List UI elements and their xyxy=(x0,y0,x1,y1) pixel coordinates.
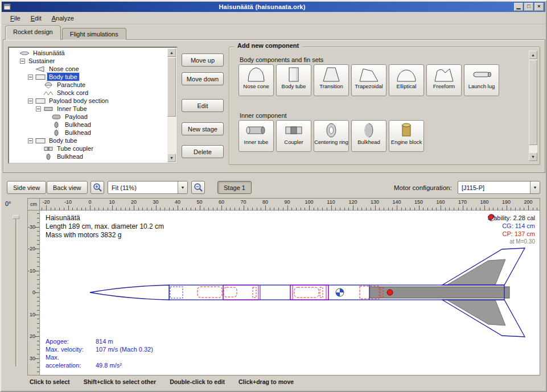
tree-item-sustainer[interactable]: Sustainer xyxy=(10,57,166,65)
tree-item-label: Body tube xyxy=(47,73,79,81)
v-ruler-label: 20 xyxy=(30,333,35,339)
tree-item-bulkhead[interactable]: Bulkhead xyxy=(10,121,166,129)
add-transition-button[interactable]: Transition xyxy=(314,64,349,96)
edit-button[interactable]: Edit xyxy=(182,99,224,112)
tree-item-label: Nose cone xyxy=(47,65,81,73)
slider-track[interactable] xyxy=(15,216,17,366)
tree-item-body-tube[interactable]: Body tube xyxy=(10,137,166,145)
expander-icon[interactable] xyxy=(36,106,41,112)
tree-item-inner-tube[interactable]: Inner Tube xyxy=(10,105,166,113)
bulk-icon xyxy=(51,121,63,129)
cp-value: CP: 137 cm xyxy=(503,230,535,238)
palette-item-label: Trapezoidal xyxy=(355,84,383,89)
add-freeform-button[interactable]: Freeform xyxy=(426,64,462,96)
add-inner-tube-button[interactable]: Inner tube xyxy=(238,120,274,152)
tube-icon xyxy=(35,137,47,145)
v-ruler-label: 30 xyxy=(30,356,35,361)
delete-button[interactable]: Delete xyxy=(182,145,224,158)
tree-item-shock-cord[interactable]: Shock cord xyxy=(10,89,166,97)
h-ruler-label: 40 xyxy=(175,199,180,205)
tree-item-bulkhead[interactable]: Bulkhead xyxy=(10,129,166,137)
palette-item-label: Inner tube xyxy=(244,139,269,145)
zoom-out-button[interactable] xyxy=(191,181,205,194)
side-view-button[interactable]: Side view xyxy=(7,181,46,194)
cg-marker xyxy=(336,288,344,296)
rotation-slider[interactable] xyxy=(13,214,19,369)
tree-item-label: Body tube xyxy=(47,137,79,145)
tree-item-body-tube[interactable]: Body tube xyxy=(10,73,166,81)
tab-rocket-design[interactable]: Rocket design xyxy=(5,26,61,40)
add-body-tube-button[interactable]: Body tube xyxy=(276,64,311,96)
add-trapezoidal-button[interactable]: Trapezoidal xyxy=(351,64,386,96)
minimize-button[interactable]: ▁ xyxy=(514,3,523,11)
close-button[interactable]: × xyxy=(534,3,544,11)
tree-item-label: Inner Tube xyxy=(55,105,89,113)
tree-item-label: Tube coupler xyxy=(55,145,95,152)
centering-icon xyxy=(319,122,344,139)
scroll-up-button[interactable]: ▲ xyxy=(529,51,537,59)
add-engine-block-button[interactable]: Engine block xyxy=(389,120,424,152)
add-bulkhead-button[interactable]: Bulkhead xyxy=(351,120,386,152)
tree-item-label: Bulkhead xyxy=(63,129,93,137)
zoom-select[interactable]: Fit (11%) ▼ xyxy=(108,181,188,194)
palette-scrollbar[interactable]: ▲ ▼ xyxy=(529,51,537,161)
group-label-inner-component: Inner component xyxy=(240,112,287,119)
component-tree[interactable]: HaisunäätäSustainerNose coneBody tubePar… xyxy=(8,47,178,164)
zoom-in-button[interactable] xyxy=(91,181,104,194)
expander-icon[interactable] xyxy=(28,75,33,80)
tab-flight-simulations[interactable]: Flight simulations xyxy=(62,28,126,40)
tree-item-nose-cone[interactable]: Nose cone xyxy=(10,65,166,73)
v-ruler-label: -30 xyxy=(28,224,35,230)
menu-file[interactable]: File xyxy=(5,13,26,23)
scrollbar-thumb[interactable] xyxy=(167,57,176,117)
scrollbar-thumb[interactable] xyxy=(529,60,537,145)
tree-scrollbar[interactable]: ▲ ▼ xyxy=(167,48,176,162)
tree-item-parachute[interactable]: Parachute xyxy=(10,81,166,89)
move-up-button[interactable]: Move up xyxy=(182,53,224,67)
add-elliptical-button[interactable]: Elliptical xyxy=(389,64,424,96)
title-bar[interactable]: Haisunäätä (haisunaata.ork) ▁ □ × xyxy=(2,2,545,12)
h-ruler-label: 50 xyxy=(196,199,202,205)
rocket-icon xyxy=(19,49,31,57)
expander-icon[interactable] xyxy=(28,98,33,104)
tree-item-tube-coupler[interactable]: Tube coupler xyxy=(10,145,166,152)
back-view-button[interactable]: Back view xyxy=(47,181,88,194)
scroll-down-button[interactable]: ▼ xyxy=(529,152,537,161)
cp-icon xyxy=(488,214,494,220)
tree-item-haisunäätä[interactable]: Haisunäätä xyxy=(10,49,166,57)
shock-cord-outline xyxy=(224,287,237,297)
palette-item-label: Nose cone xyxy=(243,84,269,89)
expander-icon[interactable] xyxy=(28,138,33,143)
add-coupler-button[interactable]: Coupler xyxy=(276,120,311,152)
performance-row: Max. acceleration:49.8 m/s² xyxy=(46,353,153,369)
menu-analyze[interactable]: Analyze xyxy=(47,13,79,23)
menu-bar: FileEditAnalyze xyxy=(2,12,545,24)
add-nose-cone-button[interactable]: Nose cone xyxy=(238,64,274,96)
add-launch-lug-button[interactable]: Launch lug xyxy=(464,64,499,96)
tree-item-bulkhead[interactable]: Bulkhead xyxy=(10,152,166,160)
slider-handle[interactable] xyxy=(13,215,19,219)
tab-strip: Rocket designFlight simulations xyxy=(5,26,128,40)
scroll-down-button[interactable]: ▼ xyxy=(167,154,176,162)
palette-item-label: Launch lug xyxy=(468,84,495,89)
elliptical-icon xyxy=(394,66,419,83)
maximize-button[interactable]: □ xyxy=(524,3,533,11)
motor-configuration-select[interactable]: [J115-P] ▼ xyxy=(458,181,540,194)
nose-icon xyxy=(35,65,47,73)
move-down-button[interactable]: Move down xyxy=(182,72,224,85)
rotation-angle-label: 0° xyxy=(5,200,11,207)
expander-icon[interactable] xyxy=(20,59,25,64)
scroll-up-button[interactable]: ▲ xyxy=(167,48,176,57)
cg-value: CG: 114 cm xyxy=(502,222,535,230)
tree-item-label: Payload body section xyxy=(47,97,110,105)
tree-item-payload-body-section[interactable]: Payload body section xyxy=(10,97,166,105)
palette-item-label: Bulkhead xyxy=(357,139,380,145)
h-ruler-label: 10 xyxy=(109,199,114,205)
stage-1-button[interactable]: Stage 1 xyxy=(217,181,252,194)
menu-edit[interactable]: Edit xyxy=(26,13,47,23)
payload-outline xyxy=(294,287,319,298)
tree-item-payload[interactable]: Payload xyxy=(10,113,166,121)
new-stage-button[interactable]: New stage xyxy=(182,122,224,135)
rocket-canvas[interactable]: Haisunäätä Length 189 cm, max. diameter … xyxy=(40,211,540,375)
add-centering-ring-button[interactable]: Centering ring xyxy=(314,120,349,152)
